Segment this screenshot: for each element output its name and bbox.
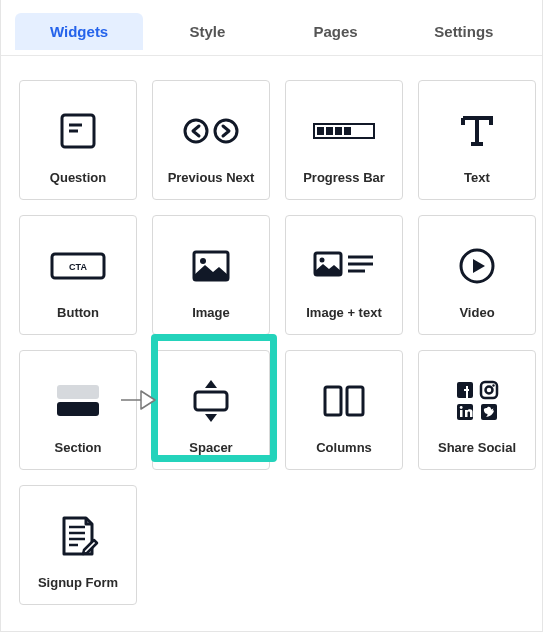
widget-image[interactable]: Image bbox=[152, 215, 270, 335]
previous-next-icon bbox=[159, 91, 263, 170]
widget-label: Share Social bbox=[438, 440, 516, 455]
widget-label: Video bbox=[459, 305, 494, 320]
svg-rect-9 bbox=[344, 127, 351, 135]
widget-label: Columns bbox=[316, 440, 372, 455]
tab-settings[interactable]: Settings bbox=[400, 13, 528, 50]
svg-point-3 bbox=[185, 120, 207, 142]
svg-point-27 bbox=[486, 386, 493, 393]
tab-widgets[interactable]: Widgets bbox=[15, 13, 143, 50]
widget-columns[interactable]: Columns bbox=[285, 350, 403, 470]
svg-point-28 bbox=[492, 384, 494, 386]
widget-button[interactable]: CTA Button bbox=[19, 215, 137, 335]
question-icon bbox=[26, 91, 130, 170]
spacer-icon bbox=[159, 361, 263, 440]
widget-text[interactable]: Text bbox=[418, 80, 536, 200]
widget-progress-bar[interactable]: Progress Bar bbox=[285, 80, 403, 200]
tab-style[interactable]: Style bbox=[143, 13, 271, 50]
tab-bar: Widgets Style Pages Settings bbox=[1, 0, 542, 56]
svg-point-4 bbox=[215, 120, 237, 142]
svg-rect-8 bbox=[335, 127, 342, 135]
svg-rect-6 bbox=[317, 127, 324, 135]
svg-rect-24 bbox=[347, 387, 363, 415]
widget-image-text[interactable]: Image + text bbox=[285, 215, 403, 335]
widget-share-social[interactable]: Share Social bbox=[418, 350, 536, 470]
svg-rect-30 bbox=[460, 410, 463, 417]
widget-previous-next[interactable]: Previous Next bbox=[152, 80, 270, 200]
widget-label: Image bbox=[192, 305, 230, 320]
signup-form-icon bbox=[26, 496, 130, 575]
widget-label: Button bbox=[57, 305, 99, 320]
widget-label: Previous Next bbox=[168, 170, 255, 185]
widget-grid: Question Previous Next bbox=[1, 56, 542, 629]
widget-label: Progress Bar bbox=[303, 170, 385, 185]
svg-text:CTA: CTA bbox=[69, 262, 87, 272]
svg-rect-21 bbox=[57, 402, 99, 416]
svg-point-13 bbox=[200, 258, 206, 264]
button-icon: CTA bbox=[26, 226, 130, 305]
tab-pages[interactable]: Pages bbox=[272, 13, 400, 50]
widget-label: Spacer bbox=[189, 440, 232, 455]
svg-point-31 bbox=[460, 406, 463, 409]
widget-question[interactable]: Question bbox=[19, 80, 137, 200]
widget-label: Question bbox=[50, 170, 106, 185]
widget-signup-form[interactable]: Signup Form bbox=[19, 485, 137, 605]
svg-point-15 bbox=[320, 257, 325, 262]
image-icon bbox=[159, 226, 263, 305]
svg-rect-26 bbox=[481, 382, 497, 398]
widget-video[interactable]: Video bbox=[418, 215, 536, 335]
text-icon bbox=[425, 91, 529, 170]
svg-rect-7 bbox=[326, 127, 333, 135]
widget-label: Text bbox=[464, 170, 490, 185]
svg-rect-20 bbox=[57, 385, 99, 399]
svg-rect-23 bbox=[325, 387, 341, 415]
widget-label: Signup Form bbox=[38, 575, 118, 590]
widget-section[interactable]: Section bbox=[19, 350, 137, 470]
widget-spacer[interactable]: Spacer bbox=[152, 350, 270, 470]
widgets-panel: Widgets Style Pages Settings Question bbox=[0, 0, 543, 632]
columns-icon bbox=[292, 361, 396, 440]
video-icon bbox=[425, 226, 529, 305]
progress-bar-icon bbox=[292, 91, 396, 170]
widget-label: Section bbox=[55, 440, 102, 455]
widget-label: Image + text bbox=[306, 305, 382, 320]
share-social-icon bbox=[425, 361, 529, 440]
image-text-icon bbox=[292, 226, 396, 305]
section-icon bbox=[26, 361, 130, 440]
svg-rect-22 bbox=[195, 392, 227, 410]
